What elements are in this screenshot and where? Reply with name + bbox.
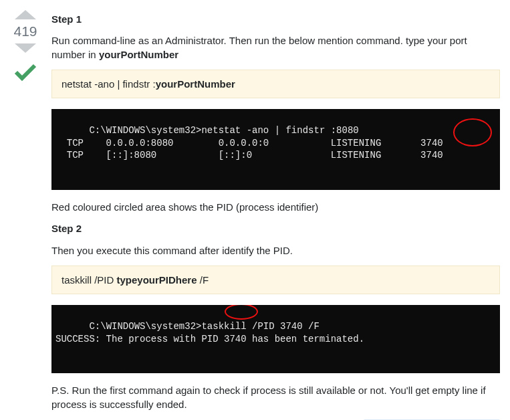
ps-note: P.S. Run the first command again to chec… <box>51 384 500 411</box>
step2-text: Then you execute this command after iden… <box>51 244 500 257</box>
terminal-output-2: C:\WINDOWS\system32>taskkill /PID 3740 /… <box>51 305 500 373</box>
red-circle-note: Red coloured circled area shows the PID … <box>51 201 500 214</box>
command-block-2: taskkill /PID typeyourPIDhere /F <box>51 266 500 294</box>
red-circle-annotation <box>453 118 492 146</box>
accepted-check-icon <box>13 62 37 84</box>
vote-down-icon[interactable] <box>15 43 36 53</box>
step1-heading: Step 1 <box>51 13 500 26</box>
step2-heading: Step 2 <box>51 222 500 235</box>
terminal-output-1: C:\WINDOWS\system32>netstat -ano | finds… <box>51 109 500 190</box>
vote-cell: 419 <box>10 10 41 420</box>
vote-score: 419 <box>13 23 37 39</box>
answer-body: Step 1 Run command-line as an Administra… <box>51 10 500 420</box>
red-circle-annotation <box>225 305 258 320</box>
vote-up-icon[interactable] <box>15 10 36 19</box>
step1-text: Run command-line as an Administrator. Th… <box>51 34 500 62</box>
command-block-1: netstat -ano | findstr :yourPortNumber <box>51 70 500 98</box>
